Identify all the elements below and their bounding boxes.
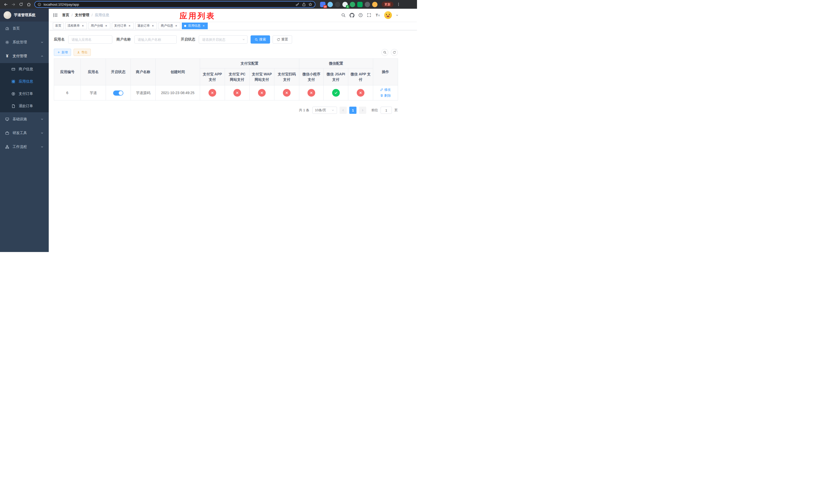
toggle-search-button[interactable] [381,49,388,56]
status-select-input[interactable] [199,36,247,44]
page-1-button[interactable]: 1 [349,107,356,114]
sidebar-item-dev-tools[interactable]: 研发工具 [0,126,49,140]
card-icon [11,67,15,71]
back-button[interactable] [2,1,9,8]
search-button[interactable]: 搜索 [250,36,270,44]
merchant-name-label: 商户名称 [116,37,131,42]
column-group-alipay: 支付宝配置 [200,59,299,68]
browser-menu-button[interactable] [395,1,402,8]
sidebar-item-merchant-info[interactable]: 商户信息 [0,63,49,75]
cell-merchant: 芋道源码 [131,85,156,100]
close-icon[interactable]: × [128,24,131,28]
reload-button[interactable] [18,1,25,8]
extension-icon-5[interactable] [350,2,355,7]
column-header-actions: 操作 [373,59,398,85]
sidebar-item-home[interactable]: 首页 [0,22,49,36]
tab-refund-order[interactable]: 退款订单× [135,23,157,29]
table-row: 6 芋道 芋道源码 2021-10-23 08:49:25 [54,85,398,100]
refresh-table-button[interactable] [391,49,398,56]
close-icon[interactable]: × [151,24,155,28]
tab-app-info[interactable]: 应用信息× [182,23,208,29]
goto-page-input[interactable] [380,107,392,114]
cell-status [106,85,131,100]
tab-flow-form[interactable]: 流程表单× [65,23,87,29]
wechat-app-status-icon [357,89,365,97]
bookmark-star-icon[interactable] [308,2,312,6]
download-icon [77,51,80,54]
extension-icon-4[interactable]: 1 [343,2,348,7]
extensions-puzzle-icon[interactable] [365,2,370,7]
password-key-icon[interactable] [295,2,300,6]
merchant-name-input[interactable] [134,36,177,44]
column-header-alipay-wap: 支付宝 WAP 网站支付 [249,68,275,85]
sidebar-item-app-info[interactable]: 应用信息 [0,75,49,88]
column-header-created: 创建时间 [156,59,200,85]
tab-pay-order[interactable]: 支付订单× [112,23,134,29]
font-size-icon[interactable] [375,13,380,18]
cell-app-id: 6 [54,85,81,100]
wechat-mini-status-icon [307,89,315,97]
extension-icon-6[interactable] [357,2,363,7]
add-button[interactable]: 新增 [54,49,71,56]
close-icon[interactable]: × [104,24,108,28]
delete-link[interactable]: 删除 [380,93,391,98]
status-toggle[interactable] [113,91,123,96]
help-icon[interactable] [358,13,363,18]
app-name-label: 应用名 [54,37,65,42]
sidebar: 芋道管理系统 首页 系统管理 ¥ 支付管理 商户信息 [0,9,49,252]
page-content: 应用名 商户名称 开启状态 搜索 重置 [49,30,417,114]
briefcase-icon [5,131,9,135]
profile-avatar-icon[interactable] [372,2,377,7]
edit-link[interactable]: 修改 [380,87,391,92]
share-icon[interactable] [302,2,306,6]
total-count: 共 1 条 [299,108,309,113]
status-select[interactable] [199,36,247,44]
app-name-input[interactable] [68,36,112,44]
tab-user-group[interactable]: 用户分组× [88,23,110,29]
next-page-button[interactable] [359,107,366,114]
export-button[interactable]: 导出 [73,49,91,56]
grid-icon [11,79,15,84]
breadcrumb: 首页 / 支付管理 / 应用信息 [62,13,109,18]
search-icon[interactable] [341,13,346,18]
chevron-down-icon [41,41,44,44]
close-icon[interactable]: × [81,24,85,28]
sidebar-item-infrastructure[interactable]: 基础设施 [0,112,49,126]
breadcrumb-home[interactable]: 首页 [62,13,69,18]
github-icon[interactable] [350,13,354,18]
menu-fold-icon[interactable] [53,13,58,18]
tab-home[interactable]: 首页 [53,23,64,29]
tab-merchant-info[interactable]: 商户信息× [158,23,180,29]
page-size-select[interactable]: 10条/页 [312,107,337,114]
chevron-down-icon[interactable] [396,14,398,17]
extension-icon-1[interactable]: 10 [320,2,326,7]
refresh-icon [393,51,396,54]
app-logo[interactable]: 芋道管理系统 [0,9,49,22]
breadcrumb-payment[interactable]: 支付管理 [75,13,89,18]
home-button[interactable] [25,1,32,8]
column-header-status: 开启状态 [106,59,131,85]
sidebar-item-pay-order[interactable]: 支付订单 [0,88,49,100]
column-header-alipay-pc: 支付宝 PC 网站支付 [225,68,249,85]
extension-icon-3[interactable] [335,2,340,7]
close-icon[interactable]: × [174,24,178,28]
prev-page-button[interactable] [339,107,347,114]
sidebar-item-system[interactable]: 系统管理 [0,36,49,49]
extension-icon-2[interactable] [328,2,333,7]
fullscreen-icon[interactable] [367,13,371,18]
sidebar-item-refund-order[interactable]: 退款订单 [0,100,49,112]
sidebar-item-payment[interactable]: ¥ 支付管理 [0,49,49,63]
close-icon[interactable]: × [202,24,205,28]
page-title: 应用列表 [179,11,215,21]
update-button[interactable]: 更新 [381,2,393,7]
reset-button[interactable]: 重置 [272,36,292,44]
site-info-icon[interactable] [38,3,41,6]
forward-button[interactable] [10,1,17,8]
breadcrumb-separator: / [91,13,93,17]
alipay-qr-status-icon [283,89,290,97]
chevron-down-icon [41,145,44,148]
user-avatar[interactable] [384,11,392,19]
address-bar[interactable]: localhost:1024/pay/app [35,1,315,8]
column-header-alipay-app: 支付宝 APP 支付 [200,68,225,85]
sidebar-item-workflow[interactable]: 工作流程 [0,140,49,154]
